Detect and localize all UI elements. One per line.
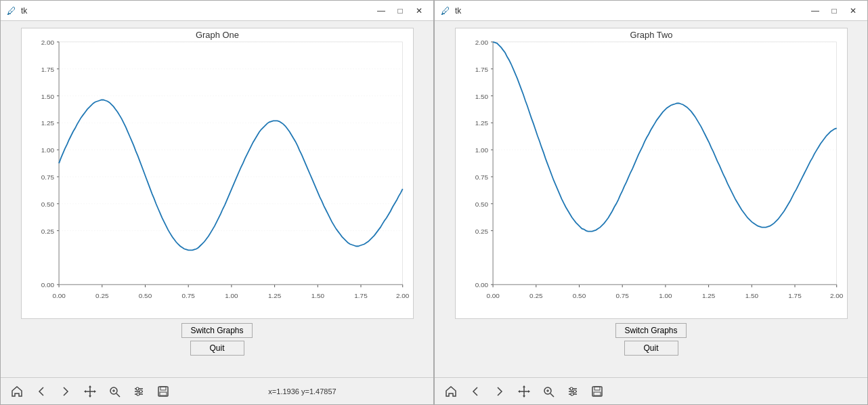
home-btn-1[interactable]: [6, 381, 28, 402]
graph-svg-1: Graph One 2.00 1.75 1.50 1.25 1.00 0.75: [22, 28, 413, 318]
window-title-2: tk: [455, 6, 806, 16]
svg-rect-66: [160, 392, 167, 396]
svg-marker-50: [89, 385, 91, 387]
svg-text:0.75: 0.75: [615, 292, 629, 299]
svg-text:0.25: 0.25: [95, 292, 109, 299]
forward-btn-1[interactable]: [55, 381, 77, 402]
app-icon-1: 🖊: [6, 5, 17, 16]
settings-btn-1[interactable]: [128, 381, 150, 402]
minimize-btn-2[interactable]: —: [806, 4, 824, 18]
svg-marker-114: [528, 390, 530, 393]
close-btn-1[interactable]: ✕: [410, 4, 428, 18]
svg-text:2.00: 2.00: [41, 39, 54, 46]
svg-marker-112: [523, 396, 525, 398]
svg-text:1.25: 1.25: [41, 119, 54, 127]
graph-container-2: Graph Two 2.00 1.75 1.50 1.25 1.00 0.75 …: [455, 28, 848, 319]
svg-rect-67: [493, 42, 837, 284]
back-btn-2[interactable]: [464, 381, 486, 402]
svg-rect-127: [594, 392, 601, 396]
svg-text:0.50: 0.50: [475, 200, 488, 208]
svg-point-62: [139, 390, 142, 393]
close-btn-2[interactable]: ✕: [844, 4, 862, 18]
svg-text:0.50: 0.50: [138, 292, 152, 299]
toolbar-2: [435, 377, 867, 404]
button-area-2: Switch Graphs Quit: [615, 319, 686, 360]
svg-line-116: [550, 393, 554, 397]
window-2: 🖊 tk — □ ✕ Graph Two 2.00 1.75 1.: [434, 0, 868, 405]
svg-point-61: [136, 387, 139, 390]
svg-marker-111: [523, 385, 525, 387]
svg-text:0.00: 0.00: [486, 292, 500, 299]
svg-text:0.75: 0.75: [41, 173, 54, 181]
switch-graphs-btn-1[interactable]: Switch Graphs: [181, 323, 252, 338]
quit-btn-1[interactable]: Quit: [190, 341, 244, 356]
svg-text:1.75: 1.75: [788, 292, 802, 299]
svg-text:1.00: 1.00: [41, 146, 54, 154]
home-btn-2[interactable]: [440, 381, 462, 402]
zoom-btn-1[interactable]: [104, 381, 125, 402]
svg-text:1.50: 1.50: [745, 292, 758, 299]
svg-text:1.25: 1.25: [701, 292, 715, 299]
app-icon-2: 🖊: [440, 5, 451, 16]
svg-text:0.00: 0.00: [52, 292, 66, 299]
svg-text:1.50: 1.50: [311, 292, 324, 299]
svg-text:2.00: 2.00: [396, 292, 410, 299]
svg-marker-52: [84, 390, 86, 393]
maximize-btn-2[interactable]: □: [825, 4, 843, 18]
zoom-btn-2[interactable]: [538, 381, 559, 402]
svg-point-63: [137, 393, 139, 396]
svg-marker-51: [89, 396, 91, 398]
graph-area-2: Graph Two 2.00 1.75 1.50 1.25 1.00 0.75 …: [435, 21, 867, 377]
svg-point-122: [570, 387, 573, 390]
svg-rect-0: [59, 42, 403, 284]
settings-btn-2[interactable]: [562, 381, 584, 402]
save-btn-2[interactable]: [586, 381, 608, 402]
svg-text:0.25: 0.25: [475, 228, 488, 235]
svg-text:0.50: 0.50: [572, 292, 586, 299]
maximize-btn-1[interactable]: □: [391, 4, 409, 18]
window-controls-1: — □ ✕: [372, 4, 428, 18]
svg-text:0.75: 0.75: [181, 292, 195, 299]
minimize-btn-1[interactable]: —: [372, 4, 390, 18]
svg-text:2.00: 2.00: [475, 39, 488, 46]
title-bar-1: 🖊 tk — □ ✕: [1, 1, 433, 21]
window-1: 🖊 tk — □ ✕ Graph One 2.00 1.75: [0, 0, 434, 405]
svg-text:0.50: 0.50: [41, 200, 54, 208]
save-btn-1[interactable]: [152, 381, 174, 402]
svg-text:1.00: 1.00: [475, 146, 488, 154]
switch-graphs-btn-2[interactable]: Switch Graphs: [615, 323, 686, 338]
svg-text:1.75: 1.75: [41, 66, 54, 73]
svg-text:0.25: 0.25: [529, 292, 543, 299]
svg-text:1.00: 1.00: [659, 292, 672, 299]
button-area-1: Switch Graphs Quit: [181, 319, 252, 360]
graph-area-1: Graph One 2.00 1.75 1.50 1.25 1.00 0.75: [1, 21, 433, 377]
svg-text:Graph Two: Graph Two: [630, 30, 672, 40]
window-title-1: tk: [21, 6, 372, 16]
svg-text:1.75: 1.75: [475, 66, 488, 73]
title-bar-2: 🖊 tk — □ ✕: [435, 1, 867, 21]
svg-text:0.00: 0.00: [41, 281, 54, 289]
pan-btn-1[interactable]: [79, 381, 101, 402]
pan-btn-2[interactable]: [513, 381, 535, 402]
svg-point-123: [573, 390, 576, 393]
svg-text:1.75: 1.75: [354, 292, 368, 299]
graph-container-1: Graph One 2.00 1.75 1.50 1.25 1.00 0.75: [21, 28, 414, 319]
svg-text:0.75: 0.75: [475, 173, 488, 181]
svg-text:2.00: 2.00: [830, 292, 844, 299]
svg-marker-113: [518, 390, 520, 393]
back-btn-1[interactable]: [30, 381, 52, 402]
svg-marker-53: [94, 390, 96, 393]
svg-text:1.25: 1.25: [475, 119, 488, 127]
svg-text:1.00: 1.00: [225, 292, 238, 299]
svg-text:1.50: 1.50: [475, 93, 488, 100]
svg-text:0.00: 0.00: [475, 281, 488, 289]
graph-svg-2: Graph Two 2.00 1.75 1.50 1.25 1.00 0.75 …: [456, 28, 847, 318]
svg-point-124: [571, 393, 573, 396]
quit-btn-2[interactable]: Quit: [624, 341, 678, 356]
svg-text:1.50: 1.50: [41, 93, 54, 100]
forward-btn-2[interactable]: [489, 381, 511, 402]
toolbar-1: x=1.1936 y=1.47857: [1, 377, 433, 404]
svg-line-55: [116, 393, 120, 397]
window-controls-2: — □ ✕: [806, 4, 862, 18]
svg-text:1.25: 1.25: [267, 292, 281, 299]
